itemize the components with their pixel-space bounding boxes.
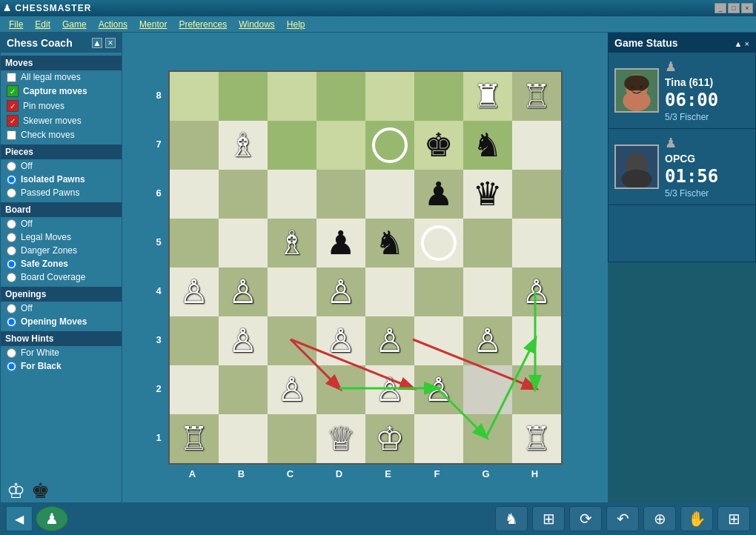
board-coverage-radio[interactable] — [7, 273, 16, 282]
square-g7[interactable]: ♞ — [463, 121, 512, 170]
for-white-radio[interactable] — [7, 348, 16, 358]
pin-moves-option[interactable]: ✓ Pin moves — [1, 99, 122, 113]
square-h3[interactable] — [512, 316, 561, 365]
status-close-button[interactable]: × — [745, 39, 749, 48]
check-checkbox[interactable] — [7, 130, 16, 140]
for-black-option[interactable]: For Black — [1, 359, 122, 373]
square-b4[interactable]: ♙ — [219, 268, 268, 316]
safe-zones-radio[interactable] — [7, 259, 16, 269]
minimize-button[interactable]: _ — [714, 3, 726, 13]
square-a5[interactable] — [170, 219, 219, 268]
square-f2[interactable]: ♙ — [414, 365, 463, 414]
square-g4[interactable] — [463, 268, 512, 316]
square-h7[interactable] — [512, 121, 561, 170]
square-h5[interactable] — [512, 219, 561, 268]
grid-icon-button[interactable]: ⊞ — [717, 506, 750, 531]
square-g2[interactable] — [463, 365, 512, 414]
rotate-icon-button[interactable]: ⟳ — [569, 506, 602, 531]
square-g6[interactable]: ♛ — [463, 170, 512, 219]
danger-zones-option[interactable]: Danger Zones — [1, 244, 122, 257]
maximize-button[interactable]: □ — [728, 3, 740, 13]
square-b5[interactable] — [219, 219, 268, 268]
coach-collapse-button[interactable]: ▲ — [92, 38, 102, 48]
menu-mentor[interactable]: Mentor — [133, 18, 173, 31]
square-e4[interactable] — [365, 268, 414, 316]
square-d7[interactable] — [316, 121, 365, 170]
knight-icon-button[interactable]: ♞ — [495, 506, 528, 531]
square-e5[interactable]: ♞ — [365, 219, 414, 268]
square-d1[interactable]: ♕ — [316, 414, 365, 463]
danger-zones-radio[interactable] — [7, 246, 16, 256]
square-e8[interactable] — [365, 72, 414, 121]
capture-moves-option[interactable]: ✓ Capture moves — [1, 84, 122, 99]
square-h1[interactable]: ♖ — [512, 414, 561, 463]
square-e1[interactable]: ♔ — [365, 414, 414, 463]
close-button[interactable]: × — [741, 3, 753, 13]
square-c6[interactable] — [268, 170, 316, 219]
coach-controls[interactable]: ▲ × — [92, 38, 116, 48]
square-c4[interactable] — [268, 268, 316, 316]
for-black-radio[interactable] — [7, 362, 16, 371]
board-off-option[interactable]: Off — [1, 217, 122, 230]
status-minimize-button[interactable]: ▲ — [735, 39, 745, 48]
square-g1[interactable] — [463, 414, 512, 463]
square-f6[interactable]: ♟ — [414, 170, 463, 219]
square-a7[interactable] — [170, 121, 219, 170]
square-b6[interactable] — [219, 170, 268, 219]
board-off-radio[interactable] — [7, 219, 16, 229]
square-d5[interactable]: ♟ — [316, 219, 365, 268]
square-d8[interactable] — [316, 72, 365, 121]
legal-moves-option[interactable]: Legal Moves — [1, 230, 122, 244]
square-h6[interactable] — [512, 170, 561, 219]
square-c8[interactable] — [268, 72, 316, 121]
menu-help[interactable]: Help — [281, 18, 311, 31]
square-c2[interactable]: ♙ — [268, 365, 316, 414]
square-g3[interactable]: ♙ — [463, 316, 512, 365]
square-h2[interactable] — [512, 365, 561, 414]
square-f5[interactable] — [414, 219, 463, 268]
square-a4[interactable]: ♙ — [170, 268, 219, 316]
square-f3[interactable] — [414, 316, 463, 365]
menu-actions[interactable]: Actions — [93, 18, 133, 31]
square-b8[interactable] — [219, 72, 268, 121]
openings-off-radio[interactable] — [7, 304, 16, 313]
square-c1[interactable] — [268, 414, 316, 463]
square-f7[interactable]: ♚ — [414, 121, 463, 170]
check-moves-option[interactable]: Check moves — [1, 128, 122, 142]
square-e7[interactable] — [365, 121, 414, 170]
square-h8[interactable]: ♖ — [512, 72, 561, 121]
isolated-pawns-radio[interactable] — [7, 175, 16, 185]
safe-zones-option[interactable]: Safe Zones — [1, 257, 122, 270]
square-e3[interactable]: ♙ — [365, 316, 414, 365]
square-b7[interactable]: ♗ — [219, 121, 268, 170]
square-d4[interactable]: ♙ — [316, 268, 365, 316]
for-white-option[interactable]: For White — [1, 346, 122, 359]
plus-icon-button[interactable]: ⊕ — [643, 506, 676, 531]
square-a3[interactable] — [170, 316, 219, 365]
window-controls[interactable]: _ □ × — [714, 3, 753, 13]
square-f1[interactable] — [414, 414, 463, 463]
square-b3[interactable]: ♙ — [219, 316, 268, 365]
chess-board[interactable]: ♜ ♖ ♗ ♚ ♞ — [168, 70, 563, 465]
opening-moves-option[interactable]: Opening Moves — [1, 315, 122, 328]
square-c5[interactable]: ♗ — [268, 219, 316, 268]
square-b1[interactable] — [219, 414, 268, 463]
menu-edit[interactable]: Edit — [29, 18, 56, 31]
menu-windows[interactable]: Windows — [233, 18, 281, 31]
square-e6[interactable] — [365, 170, 414, 219]
coach-avatar-button[interactable]: ♟ — [36, 506, 68, 531]
all-legal-checkbox[interactable] — [7, 73, 16, 82]
square-f8[interactable] — [414, 72, 463, 121]
square-c7[interactable] — [268, 121, 316, 170]
legal-moves-radio[interactable] — [7, 233, 16, 242]
square-e2[interactable]: ♙ — [365, 365, 414, 414]
square-d3[interactable]: ♙ — [316, 316, 365, 365]
square-d6[interactable] — [316, 170, 365, 219]
menu-game[interactable]: Game — [56, 18, 93, 31]
openings-off-option[interactable]: Off — [1, 302, 122, 315]
undo-icon-button[interactable]: ↶ — [606, 506, 639, 531]
passed-pawns-radio[interactable] — [7, 188, 16, 198]
menu-file[interactable]: File — [3, 18, 29, 31]
square-f4[interactable] — [414, 268, 463, 316]
board-icon-button[interactable]: ⊞ — [532, 506, 565, 531]
